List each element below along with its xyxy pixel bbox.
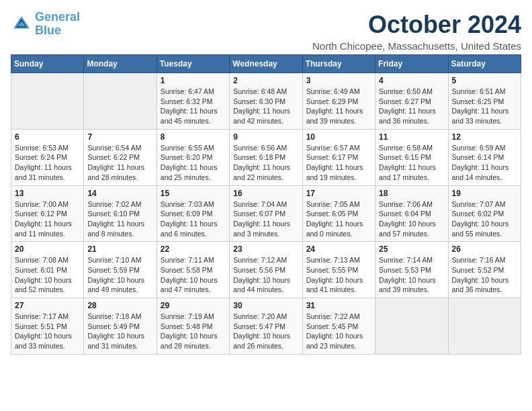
calendar-cell: 7Sunrise: 6:54 AMSunset: 6:22 PMDaylight… — [84, 129, 157, 185]
day-number: 19 — [452, 189, 517, 198]
calendar-cell: 24Sunrise: 7:13 AMSunset: 5:55 PMDayligh… — [302, 242, 375, 298]
calendar-cell: 1Sunrise: 6:47 AMSunset: 6:32 PMDaylight… — [157, 73, 229, 130]
day-number: 16 — [233, 189, 298, 198]
day-number: 28 — [87, 301, 152, 310]
calendar-cell: 8Sunrise: 6:55 AMSunset: 6:20 PMDaylight… — [157, 129, 229, 185]
calendar-cell: 20Sunrise: 7:08 AMSunset: 6:01 PMDayligh… — [11, 242, 84, 298]
calendar-cell: 10Sunrise: 6:57 AMSunset: 6:17 PMDayligh… — [302, 129, 375, 185]
day-number: 8 — [161, 132, 226, 142]
day-number: 1 — [161, 76, 226, 85]
day-number: 18 — [379, 189, 444, 198]
page-header: General Blue October 2024 North Chicopee… — [11, 11, 521, 52]
day-info: Sunrise: 7:07 AMSunset: 6:02 PMDaylight:… — [452, 199, 517, 239]
calendar-cell: 22Sunrise: 7:11 AMSunset: 5:58 PMDayligh… — [157, 242, 229, 298]
day-number: 20 — [15, 244, 80, 254]
day-info: Sunrise: 6:57 AMSunset: 6:17 PMDaylight:… — [306, 143, 371, 183]
day-number: 27 — [15, 301, 80, 310]
weekday-header-friday: Friday — [375, 55, 448, 73]
day-info: Sunrise: 7:13 AMSunset: 5:55 PMDaylight:… — [306, 255, 371, 295]
day-info: Sunrise: 6:48 AMSunset: 6:30 PMDaylight:… — [233, 87, 298, 126]
day-info: Sunrise: 6:59 AMSunset: 6:14 PMDaylight:… — [452, 143, 517, 183]
calendar-cell: 23Sunrise: 7:12 AMSunset: 5:56 PMDayligh… — [230, 242, 302, 298]
calendar-cell: 5Sunrise: 6:51 AMSunset: 6:25 PMDaylight… — [448, 73, 521, 130]
day-info: Sunrise: 7:16 AMSunset: 5:52 PMDaylight:… — [452, 255, 517, 295]
day-info: Sunrise: 6:54 AMSunset: 6:22 PMDaylight:… — [87, 143, 152, 183]
day-info: Sunrise: 6:56 AMSunset: 6:18 PMDaylight:… — [233, 143, 298, 183]
day-number: 2 — [233, 76, 298, 85]
calendar-cell — [84, 73, 157, 130]
day-number: 4 — [379, 76, 444, 85]
day-number: 17 — [306, 189, 371, 198]
logo: General Blue — [11, 11, 80, 38]
calendar-cell: 9Sunrise: 6:56 AMSunset: 6:18 PMDaylight… — [230, 129, 302, 185]
day-info: Sunrise: 7:05 AMSunset: 6:05 PMDaylight:… — [306, 199, 371, 239]
day-number: 11 — [379, 132, 444, 142]
day-info: Sunrise: 7:14 AMSunset: 5:53 PMDaylight:… — [379, 255, 444, 295]
calendar-cell: 27Sunrise: 7:17 AMSunset: 5:51 PMDayligh… — [11, 298, 84, 355]
day-number: 29 — [161, 301, 226, 310]
weekday-header-row: SundayMondayTuesdayWednesdayThursdayFrid… — [11, 55, 521, 73]
week-row-2: 6Sunrise: 6:53 AMSunset: 6:24 PMDaylight… — [11, 129, 521, 185]
calendar-cell: 21Sunrise: 7:10 AMSunset: 5:59 PMDayligh… — [84, 242, 157, 298]
weekday-header-tuesday: Tuesday — [157, 55, 229, 73]
week-row-4: 20Sunrise: 7:08 AMSunset: 6:01 PMDayligh… — [11, 242, 521, 298]
week-row-5: 27Sunrise: 7:17 AMSunset: 5:51 PMDayligh… — [11, 298, 521, 355]
day-info: Sunrise: 7:12 AMSunset: 5:56 PMDaylight:… — [233, 255, 298, 295]
day-number: 14 — [87, 189, 152, 198]
calendar-cell: 31Sunrise: 7:22 AMSunset: 5:45 PMDayligh… — [302, 298, 375, 355]
calendar-cell — [11, 73, 84, 130]
day-info: Sunrise: 7:11 AMSunset: 5:58 PMDaylight:… — [161, 255, 226, 295]
calendar-cell: 2Sunrise: 6:48 AMSunset: 6:30 PMDaylight… — [230, 73, 302, 130]
day-number: 24 — [306, 244, 371, 254]
weekday-header-wednesday: Wednesday — [230, 55, 302, 73]
day-number: 13 — [15, 189, 80, 198]
logo-text: General Blue — [35, 11, 80, 38]
day-number: 15 — [161, 189, 226, 198]
day-number: 30 — [233, 301, 298, 310]
logo-icon — [11, 13, 32, 35]
day-number: 7 — [87, 132, 152, 142]
day-info: Sunrise: 7:00 AMSunset: 6:12 PMDaylight:… — [15, 199, 80, 239]
weekday-header-saturday: Saturday — [448, 55, 521, 73]
month-title: October 2024 — [312, 11, 521, 39]
day-number: 21 — [87, 244, 152, 254]
day-info: Sunrise: 6:47 AMSunset: 6:32 PMDaylight:… — [161, 87, 226, 126]
day-info: Sunrise: 7:22 AMSunset: 5:45 PMDaylight:… — [306, 312, 371, 351]
day-number: 3 — [306, 76, 371, 85]
calendar-cell: 18Sunrise: 7:06 AMSunset: 6:04 PMDayligh… — [375, 185, 448, 242]
week-row-3: 13Sunrise: 7:00 AMSunset: 6:12 PMDayligh… — [11, 185, 521, 242]
day-number: 5 — [452, 76, 517, 85]
calendar-cell: 30Sunrise: 7:20 AMSunset: 5:47 PMDayligh… — [230, 298, 302, 355]
calendar-cell: 26Sunrise: 7:16 AMSunset: 5:52 PMDayligh… — [448, 242, 521, 298]
title-block: October 2024 North Chicopee, Massachuset… — [312, 11, 521, 52]
weekday-header-thursday: Thursday — [302, 55, 375, 73]
calendar-cell: 16Sunrise: 7:04 AMSunset: 6:07 PMDayligh… — [230, 185, 302, 242]
calendar-cell: 19Sunrise: 7:07 AMSunset: 6:02 PMDayligh… — [448, 185, 521, 242]
calendar-cell: 14Sunrise: 7:02 AMSunset: 6:10 PMDayligh… — [84, 185, 157, 242]
day-number: 9 — [233, 132, 298, 142]
day-info: Sunrise: 7:17 AMSunset: 5:51 PMDaylight:… — [15, 312, 80, 351]
day-info: Sunrise: 6:49 AMSunset: 6:29 PMDaylight:… — [306, 87, 371, 126]
calendar-cell: 12Sunrise: 6:59 AMSunset: 6:14 PMDayligh… — [448, 129, 521, 185]
day-info: Sunrise: 7:10 AMSunset: 5:59 PMDaylight:… — [87, 255, 152, 295]
location-title: North Chicopee, Massachusetts, United St… — [312, 40, 521, 52]
day-number: 10 — [306, 132, 371, 142]
calendar-table: SundayMondayTuesdayWednesdayThursdayFrid… — [11, 54, 521, 355]
day-info: Sunrise: 7:02 AMSunset: 6:10 PMDaylight:… — [87, 199, 152, 239]
weekday-header-monday: Monday — [84, 55, 157, 73]
weekday-header-sunday: Sunday — [11, 55, 84, 73]
calendar-cell: 15Sunrise: 7:03 AMSunset: 6:09 PMDayligh… — [157, 185, 229, 242]
calendar-cell — [375, 298, 448, 355]
day-info: Sunrise: 6:50 AMSunset: 6:27 PMDaylight:… — [379, 87, 444, 126]
calendar-cell: 4Sunrise: 6:50 AMSunset: 6:27 PMDaylight… — [375, 73, 448, 130]
day-number: 12 — [452, 132, 517, 142]
day-info: Sunrise: 6:58 AMSunset: 6:15 PMDaylight:… — [379, 143, 444, 183]
calendar-cell: 11Sunrise: 6:58 AMSunset: 6:15 PMDayligh… — [375, 129, 448, 185]
day-info: Sunrise: 7:18 AMSunset: 5:49 PMDaylight:… — [87, 312, 152, 351]
day-number: 25 — [379, 244, 444, 254]
calendar-cell: 6Sunrise: 6:53 AMSunset: 6:24 PMDaylight… — [11, 129, 84, 185]
day-info: Sunrise: 7:06 AMSunset: 6:04 PMDaylight:… — [379, 199, 444, 239]
week-row-1: 1Sunrise: 6:47 AMSunset: 6:32 PMDaylight… — [11, 73, 521, 130]
calendar-cell: 3Sunrise: 6:49 AMSunset: 6:29 PMDaylight… — [302, 73, 375, 130]
day-info: Sunrise: 7:20 AMSunset: 5:47 PMDaylight:… — [233, 312, 298, 351]
